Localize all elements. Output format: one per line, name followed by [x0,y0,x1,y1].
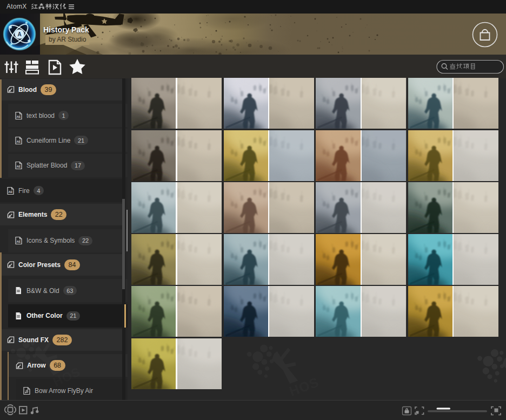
svg-text:AE: AE [9,190,13,194]
svg-text:A: A [17,31,21,37]
svg-text:AE: AE [17,165,21,168]
svg-text:AE: AE [17,115,21,118]
svg-text:AE: AE [17,240,21,243]
svg-text:AE: AE [17,140,21,143]
